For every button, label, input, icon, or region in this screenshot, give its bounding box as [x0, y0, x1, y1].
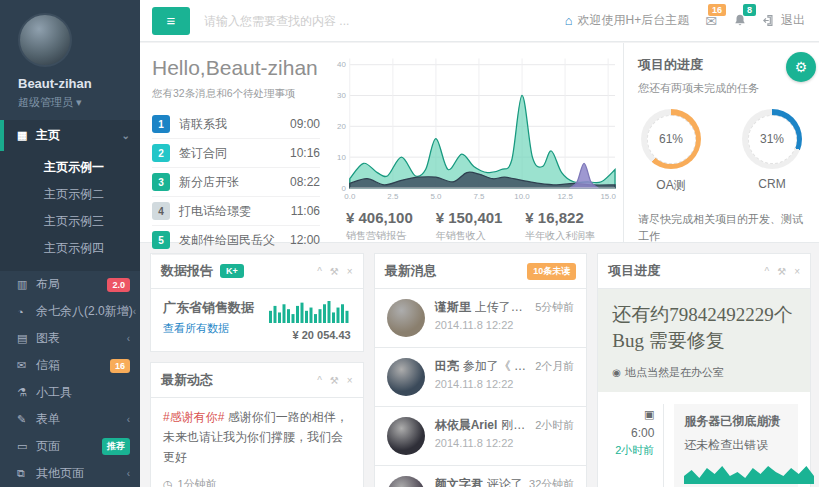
activity-post: #感谢有你# 感谢你们一路的相伴，未来也请让我为你们撑腰，我们会更好 ◷1分钟前: [151, 398, 363, 487]
menu-toggle-button[interactable]: ≡: [152, 7, 190, 35]
news-item[interactable]: 谨斯里上传了一个文件5分钟前2014.11.8 12:22: [375, 289, 587, 348]
location-text: 地点当然是在办公室: [625, 365, 724, 380]
news-avatar[interactable]: [387, 417, 425, 455]
todo-number-badge: 1: [152, 115, 170, 133]
user-avatar[interactable]: [18, 13, 72, 67]
svg-text:7.5: 7.5: [473, 192, 484, 201]
chevron-left-icon: ‹: [127, 414, 130, 425]
stat-label: 销售营销报告: [346, 229, 436, 243]
news-date: 2014.11.8 12:22: [435, 378, 575, 390]
topbar: ≡ ⌂ 欢迎使用H+后台主题 ✉ 16 8 退出: [140, 0, 819, 42]
todo-item[interactable]: 2签订合同10:16: [152, 139, 320, 168]
progress-gauges: 61%OA测31%CRM: [638, 109, 805, 194]
settings-fab-button[interactable]: ⚙: [786, 52, 816, 82]
logout-button[interactable]: 退出: [763, 12, 805, 29]
data-report-title: 数据报告: [161, 262, 213, 280]
news-author[interactable]: 颜文字君: [435, 476, 483, 487]
todo-time: 10:16: [290, 146, 320, 160]
news-ago: 32分钟前: [523, 477, 574, 487]
todo-time: 09:00: [290, 117, 320, 131]
todo-number-badge: 4: [152, 202, 170, 220]
project-progress-title: 项目的进度: [638, 56, 805, 74]
sidebar-item-label: 小工具: [36, 384, 72, 401]
news-author[interactable]: 田亮: [435, 358, 459, 375]
news-item[interactable]: 田亮参加了《 爸爸去哪儿 》2个月前2014.11.8 12:22: [375, 348, 587, 407]
sidebar-item-余七余八(2.0新增)[interactable]: ◔余七余八(2.0新增)‹: [0, 298, 140, 325]
close-icon[interactable]: ×: [347, 266, 353, 277]
todo-label: 请联系我: [179, 116, 227, 133]
sales-chart-panel: 0102030400.02.55.07.510.012.515.0 ¥ 406,…: [328, 43, 623, 242]
panel-tools: ^⚒×: [765, 266, 801, 277]
latest-activity-title: 最新动态: [161, 371, 213, 389]
svg-text:40: 40: [337, 61, 346, 70]
project-timeline-title: 项目进度: [608, 262, 660, 280]
wrench-icon[interactable]: ⚒: [330, 266, 339, 277]
stat-block: ¥ 150,401年销售收入: [436, 209, 526, 243]
news-author[interactable]: 林依晨Ariel: [435, 417, 498, 434]
hashtag-link[interactable]: #感谢有你#: [163, 410, 224, 424]
svg-text:2.5: 2.5: [387, 192, 398, 201]
todo-label: 新分店开张: [179, 174, 239, 191]
news-avatar[interactable]: [387, 476, 425, 487]
submenu-item-主页示例四[interactable]: 主页示例四: [0, 235, 140, 262]
news-author[interactable]: 谨斯里: [435, 299, 471, 316]
sidebar-item-图表[interactable]: ▤图表‹: [0, 325, 140, 352]
sidebar-item-页面[interactable]: ▭页面推荐: [0, 433, 140, 460]
timeline-card[interactable]: 服务器已彻底崩溃还未检查出错误: [674, 404, 798, 487]
news-avatar[interactable]: [387, 358, 425, 396]
stat-block: ¥ 406,100销售营销报告: [346, 209, 436, 243]
pages-icon: ⧉: [17, 467, 36, 480]
sidebar-item-label: 页面: [36, 438, 60, 455]
news-avatar[interactable]: [387, 299, 425, 337]
collapse-icon[interactable]: ^: [317, 266, 322, 277]
sidebar: Beaut-zihan 超级管理员 ▾ ▦主页⌄主页示例一主页示例二主页示例三主…: [0, 0, 140, 487]
sidebar-item-主页[interactable]: ▦主页⌄: [0, 120, 140, 151]
news-body: 林依晨Ariel刚刚起床2小时前2014.11.8 12:22: [435, 417, 575, 455]
news-list: 谨斯里上传了一个文件5分钟前2014.11.8 12:22田亮参加了《 爸爸去哪…: [375, 289, 587, 487]
submenu-item-主页示例二[interactable]: 主页示例二: [0, 181, 140, 208]
gauge-label: OA测: [641, 177, 701, 194]
close-icon[interactable]: ×: [347, 375, 353, 386]
todo-time: 11:06: [291, 204, 320, 218]
caret-down-icon: ▾: [76, 96, 82, 108]
sidebar-item-布局[interactable]: ▥布局2.0: [0, 271, 140, 298]
notifications-button[interactable]: 8: [733, 13, 747, 28]
post-time: ◷1分钟前: [163, 475, 351, 487]
view-all-data-link[interactable]: 查看所有数据: [163, 321, 229, 336]
sidebar-item-表单[interactable]: ✎表单‹: [0, 406, 140, 433]
news-item[interactable]: 颜文字君评论了32分钟前2014.11.8 12:22【九部令人拍案叫绝的惊悚悬…: [375, 466, 587, 487]
todo-label: 签订合同: [179, 145, 227, 162]
svg-text:10: 10: [337, 153, 346, 162]
todo-item[interactable]: 5发邮件给国民岳父12:00: [152, 226, 320, 255]
progress-gauge-CRM: 31%CRM: [742, 109, 802, 194]
news-item[interactable]: 林依晨Ariel刚刚起床2小时前2014.11.8 12:22: [375, 407, 587, 466]
todo-item[interactable]: 4打电话给璟雯11:06: [152, 197, 320, 226]
timeline-item: ▣6:002小时前服务器已彻底崩溃还未检查出错误: [610, 404, 798, 487]
todo-item[interactable]: 1请联系我09:00: [152, 110, 320, 139]
search-input[interactable]: [204, 14, 429, 28]
todo-item[interactable]: 3新分店开张08:22: [152, 168, 320, 197]
wrench-icon[interactable]: ⚒: [330, 375, 339, 386]
submenu-item-主页示例一[interactable]: 主页示例一: [0, 154, 140, 181]
collapse-icon[interactable]: ^: [317, 375, 322, 386]
svg-text:0: 0: [341, 184, 345, 193]
welcome-link[interactable]: ⌂ 欢迎使用H+后台主题: [565, 12, 690, 29]
latest-news-header: 最新消息 10条未读: [375, 254, 587, 289]
close-icon[interactable]: ×: [794, 266, 800, 277]
sidebar-item-信箱[interactable]: ✉信箱16: [0, 352, 140, 379]
sidebar-item-小工具[interactable]: ⚗小工具: [0, 379, 140, 406]
sidebar-item-label: 表单: [36, 411, 60, 428]
submenu-item-主页示例三[interactable]: 主页示例三: [0, 208, 140, 235]
wrench-icon[interactable]: ⚒: [777, 266, 786, 277]
sidebar-item-其他页面[interactable]: ⧉其他页面‹: [0, 460, 140, 487]
gauge-label: CRM: [742, 177, 802, 191]
collapse-icon[interactable]: ^: [765, 266, 770, 277]
messages-button[interactable]: ✉ 16: [705, 13, 717, 29]
user-role-dropdown[interactable]: 超级管理员 ▾: [18, 95, 140, 110]
gauge-ring: 31%: [742, 109, 802, 169]
chevron-left-icon: ‹: [127, 468, 130, 479]
news-ago: 5分钟前: [529, 300, 574, 315]
stat-value: ¥ 16,822: [525, 209, 615, 226]
panel-tools: ^⚒×: [317, 266, 353, 277]
mail-icon: ✉: [17, 359, 36, 372]
